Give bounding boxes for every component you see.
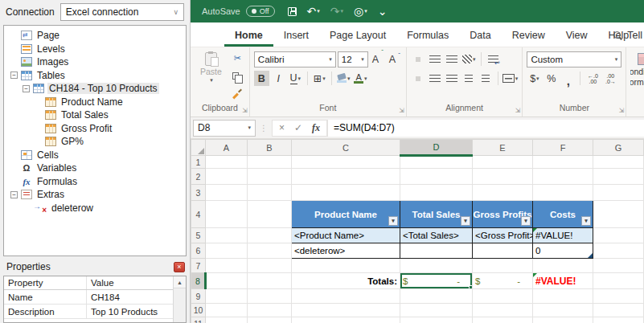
cell[interactable] xyxy=(473,169,533,185)
collapse-icon[interactable]: − xyxy=(10,72,18,79)
row-header-4[interactable]: 4 xyxy=(191,201,206,228)
fill-color-button[interactable]: ▾ xyxy=(336,71,351,86)
cell[interactable] xyxy=(400,169,473,185)
properties-scrollbar[interactable]: ▲ xyxy=(173,276,186,322)
cell[interactable] xyxy=(292,304,400,317)
customize-qat-button[interactable]: ⌄ xyxy=(378,5,388,18)
row-header-11[interactable]: 11 xyxy=(191,317,206,323)
cell[interactable] xyxy=(593,156,644,169)
cell[interactable] xyxy=(473,185,533,201)
cell[interactable] xyxy=(206,317,248,323)
merge-center-button[interactable]: ▾ xyxy=(502,71,519,86)
tree-item-product-name[interactable]: Product Name xyxy=(4,96,186,109)
cell-e5[interactable]: <Gross Profit> xyxy=(473,228,533,243)
cell[interactable] xyxy=(248,228,292,243)
cell[interactable] xyxy=(533,317,593,323)
connection-tree[interactable]: PageLevelsImages−Tables−CH184 - Top 10 P… xyxy=(3,25,187,256)
connection-dropdown[interactable]: Excel connection ∨ xyxy=(60,3,184,21)
cell-e8[interactable]: $- xyxy=(473,273,533,289)
cell[interactable] xyxy=(206,289,248,304)
row-header-8[interactable]: 8 xyxy=(191,273,206,289)
cell[interactable] xyxy=(593,259,644,273)
cell[interactable] xyxy=(248,185,292,201)
collapse-icon[interactable]: − xyxy=(23,85,30,92)
comma-style-button[interactable]: , xyxy=(560,71,576,86)
cell[interactable] xyxy=(400,259,473,273)
filter-icon[interactable]: ▾ xyxy=(521,216,531,226)
tree-item-levels[interactable]: Levels xyxy=(4,43,186,56)
enter-icon[interactable]: ✓ xyxy=(294,122,302,133)
cancel-icon[interactable]: × xyxy=(279,122,285,133)
tree-item-tables[interactable]: −Tables xyxy=(4,69,186,83)
bottom-align-button[interactable] xyxy=(445,51,460,67)
cell[interactable] xyxy=(206,304,248,317)
tree-item-variables[interactable]: ΩVariables xyxy=(4,162,186,175)
row-header-5[interactable]: 5 xyxy=(191,228,206,243)
decrease-indent-button[interactable] xyxy=(461,71,477,86)
tree-item-deleterow[interactable]: deleterow xyxy=(4,202,186,215)
table-header-product-name[interactable]: Product Name▾ xyxy=(292,201,400,228)
col-header-g[interactable]: G xyxy=(593,140,644,156)
table-header-total-sales[interactable]: Total Sales▾ xyxy=(400,201,473,228)
filter-icon[interactable]: ▾ xyxy=(461,216,470,226)
increase-font-button[interactable]: A xyxy=(370,51,385,67)
cell[interactable] xyxy=(533,156,593,169)
value-column-header[interactable]: Value xyxy=(87,276,173,289)
select-all-button[interactable] xyxy=(191,140,206,156)
bold-button[interactable]: B xyxy=(254,71,269,86)
tab-view[interactable]: View xyxy=(556,25,598,47)
row-header-1[interactable]: 1 xyxy=(191,156,206,169)
cell[interactable] xyxy=(292,185,400,201)
format-painter-button[interactable] xyxy=(230,86,245,101)
tree-item-extras[interactable]: −Extras xyxy=(4,188,186,202)
cell[interactable] xyxy=(400,317,473,323)
dialog-launcher-icon[interactable]: ⇲ xyxy=(399,107,404,114)
center-button[interactable] xyxy=(428,71,443,86)
orientation-button[interactable]: ▾ xyxy=(461,51,477,67)
cell-f6[interactable]: 0 xyxy=(533,243,593,259)
col-header-a[interactable]: A xyxy=(206,140,248,156)
cell[interactable] xyxy=(292,259,400,273)
table-header-costs[interactable]: Costs▾ xyxy=(533,201,593,228)
paste-button[interactable]: Paste ▾ xyxy=(195,51,228,103)
tab-home[interactable]: Home xyxy=(224,25,273,47)
cell-c5[interactable]: <Product Name> xyxy=(292,228,400,243)
cell[interactable] xyxy=(206,228,248,243)
conditional-formatting-button[interactable]: Conditional Formatting xyxy=(630,51,644,117)
col-header-e[interactable]: E xyxy=(473,140,533,156)
tab-formulas[interactable]: Formulas xyxy=(396,25,459,47)
wrap-text-button[interactable] xyxy=(486,51,501,67)
redo-button[interactable]: ↷▾ xyxy=(330,5,343,18)
tree-item-formulas[interactable]: fxFormulas xyxy=(4,175,186,189)
cell[interactable] xyxy=(206,156,248,169)
cut-button[interactable]: ✂ xyxy=(230,51,245,66)
cell[interactable] xyxy=(206,185,248,201)
cell[interactable] xyxy=(292,317,400,323)
cell[interactable] xyxy=(473,304,533,317)
row-header-6[interactable]: 6 xyxy=(191,243,206,259)
undo-button[interactable]: ↶▾ xyxy=(307,5,320,18)
autosave-toggle[interactable]: Off xyxy=(246,6,275,17)
dialog-launcher-icon[interactable]: ⇲ xyxy=(515,107,521,114)
row-header-7[interactable]: 7 xyxy=(191,259,206,273)
font-color-button[interactable]: A▾ xyxy=(353,71,368,86)
scroll-up-icon[interactable]: ▲ xyxy=(174,276,186,288)
tab-insert[interactable]: Insert xyxy=(273,25,319,47)
name-box[interactable]: D8 ▾ xyxy=(193,120,256,137)
cell-d6[interactable] xyxy=(400,243,473,259)
cell[interactable] xyxy=(400,304,473,317)
cell[interactable] xyxy=(533,304,593,317)
filter-icon[interactable]: ▾ xyxy=(581,216,591,226)
touch-mode-button[interactable]: ◎▾ xyxy=(354,5,367,18)
increase-indent-button[interactable] xyxy=(478,71,494,86)
save-button[interactable] xyxy=(288,7,297,16)
insert-function-icon[interactable]: fx xyxy=(312,122,320,134)
tab-review[interactable]: Review xyxy=(502,25,556,47)
cell[interactable] xyxy=(248,201,292,228)
cell-e6[interactable] xyxy=(473,243,533,259)
cell[interactable] xyxy=(593,304,644,317)
number-format-combo[interactable]: Custom ▾ xyxy=(527,51,621,67)
row-header-9[interactable]: 9 xyxy=(191,289,206,304)
cell[interactable] xyxy=(473,259,533,273)
cell[interactable] xyxy=(248,304,292,317)
